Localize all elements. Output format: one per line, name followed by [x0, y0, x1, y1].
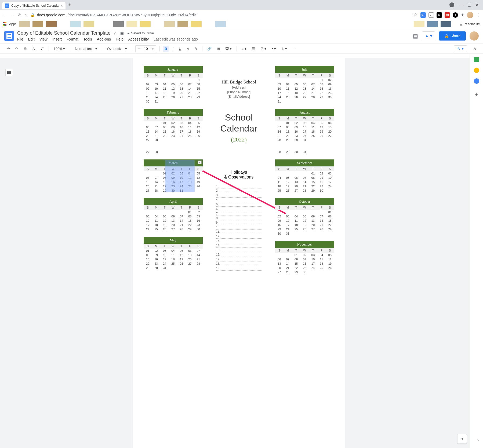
add-sideapp-icon[interactable]: + [475, 92, 478, 98]
print-icon[interactable]: 🖶 [22, 46, 29, 52]
bookmark-swatch[interactable] [83, 21, 94, 27]
comments-icon[interactable]: ▤ [413, 33, 418, 39]
bookmark-swatch[interactable] [19, 21, 30, 27]
zoom-dropdown[interactable]: 100% ▾ [52, 46, 67, 52]
bookmark-swatch[interactable] [441, 21, 451, 27]
notion-icon[interactable]: N [437, 12, 442, 18]
numbered-list-icon[interactable]: 1. ▾ [280, 46, 289, 52]
tasks-sideapp-icon[interactable] [474, 78, 479, 84]
bookmark-swatch[interactable] [32, 21, 43, 27]
menu-help[interactable]: Help [116, 37, 124, 41]
holiday-line[interactable]: 12. [216, 234, 262, 239]
link-icon[interactable]: 🔗 [206, 46, 213, 52]
extensions-puzzle-icon[interactable]: ✦ [461, 12, 464, 17]
month-header[interactable]: February [144, 109, 203, 116]
menu-dots-icon[interactable]: ⋮ [476, 12, 480, 17]
menu-edit[interactable]: Edit [28, 37, 35, 41]
undo-icon[interactable]: ↶ [5, 46, 12, 52]
italic-icon[interactable]: I [171, 46, 175, 52]
comment-add-icon[interactable]: ⊞ [215, 46, 221, 52]
docs-logo[interactable] [4, 31, 14, 41]
holiday-line[interactable]: 6. [216, 207, 262, 211]
holiday-line[interactable]: 13. [216, 239, 262, 243]
close-tab-icon[interactable]: × [61, 3, 63, 8]
font-size-increase[interactable]: + [150, 46, 156, 52]
back-icon[interactable]: ← [3, 13, 7, 17]
highlight-icon[interactable]: ✎ [193, 46, 199, 52]
pocket-icon[interactable]: ◡ [428, 12, 434, 18]
month-header[interactable]: May [144, 237, 203, 244]
align-icon[interactable]: ≡ ▾ [240, 46, 248, 52]
dropdown-icon[interactable]: ▾ [198, 161, 202, 164]
reload-icon[interactable]: ⟳ [18, 12, 21, 17]
share-button[interactable]: 🔒 Share [439, 31, 466, 41]
month-header[interactable]: September [275, 159, 334, 166]
url-field[interactable]: 🔒 docs.google.com/document/d/1IIoS44004P… [30, 13, 410, 17]
new-tab-button[interactable]: + [66, 2, 74, 8]
editing-mode-button[interactable]: ✎ ▾ [454, 45, 467, 52]
menu-format[interactable]: Format [67, 37, 78, 41]
star-document-icon[interactable]: ☆ [113, 31, 117, 36]
month-header[interactable]: October [275, 198, 334, 205]
checklist-icon[interactable]: ☑ ▾ [259, 46, 268, 52]
holiday-line[interactable]: 2. [216, 188, 262, 193]
format-paint-icon[interactable]: 🖌 [39, 46, 45, 52]
minimize-icon[interactable]: — [459, 3, 463, 7]
close-window-icon[interactable]: × [476, 3, 478, 7]
spellcheck-icon[interactable]: Ā [31, 46, 37, 52]
menu-file[interactable]: File [17, 37, 23, 41]
bookmark-swatch[interactable] [427, 21, 438, 27]
hide-sidepanel-icon[interactable]: › [477, 438, 479, 443]
menu-addons[interactable]: Add-ons [97, 37, 111, 41]
adblock-icon[interactable]: off [445, 12, 450, 18]
keep-sideapp-icon[interactable] [474, 68, 479, 73]
month-header[interactable]: July [275, 66, 334, 73]
font-size-input[interactable] [142, 47, 150, 51]
extension-t-icon[interactable]: T [453, 12, 458, 18]
bookmark-swatch[interactable] [177, 21, 188, 27]
forward-icon[interactable]: → [10, 13, 14, 17]
reading-list-button[interactable]: ▤ Reading list [459, 22, 480, 26]
calendar-sideapp-icon[interactable] [474, 57, 479, 62]
apps-label[interactable]: Apps [9, 22, 16, 26]
document-page[interactable]: JanuarySMTWTFS01020304050607080910111213… [133, 58, 345, 448]
underline-icon[interactable]: U [177, 46, 183, 52]
month-header[interactable]: March▾ [144, 159, 203, 166]
holiday-line[interactable]: 18. [216, 261, 262, 266]
month-header[interactable]: April [144, 198, 203, 205]
holiday-line[interactable]: 3. [216, 193, 262, 198]
bookmark-swatch[interactable] [70, 21, 81, 27]
line-spacing-icon[interactable]: ☰ [250, 46, 257, 52]
maximize-icon[interactable]: ▢ [468, 3, 471, 7]
holiday-line[interactable]: 11. [216, 230, 262, 234]
ruler[interactable] [0, 54, 470, 58]
image-icon[interactable]: 🖼 ▾ [224, 46, 233, 52]
menu-tools[interactable]: Tools [83, 37, 92, 41]
holiday-line[interactable]: 5. [216, 202, 262, 207]
account-avatar[interactable] [470, 31, 479, 41]
bookmark-swatch[interactable] [414, 21, 424, 27]
style-dropdown[interactable]: Normal text ▾ [73, 46, 99, 52]
bookmark-swatch[interactable] [191, 21, 202, 27]
star-icon[interactable]: ☆ [413, 12, 417, 17]
bookmark-swatch[interactable] [164, 21, 175, 27]
month-header[interactable]: January [144, 66, 203, 73]
holiday-line[interactable]: 8. [216, 216, 262, 220]
bullet-list-icon[interactable]: • ▾ [270, 46, 278, 52]
document-title[interactable]: Copy of Editable School Calendar Templat… [17, 30, 111, 36]
bookmark-swatch[interactable] [46, 21, 57, 27]
explore-button[interactable]: ✦ [457, 434, 467, 444]
home-icon[interactable]: ⌂ [24, 13, 27, 17]
month-header[interactable]: November [275, 241, 334, 248]
holiday-line[interactable]: 10. [216, 225, 262, 230]
holiday-line[interactable]: 9. [216, 220, 262, 225]
holiday-line[interactable]: 15. [216, 248, 262, 252]
apps-icon[interactable] [3, 22, 6, 26]
holiday-line[interactable]: 4. [216, 198, 262, 202]
holiday-line[interactable]: 16. [216, 252, 262, 257]
move-document-icon[interactable]: ▣ [120, 31, 124, 36]
bookmark-swatch[interactable] [140, 21, 151, 27]
document-canvas[interactable]: JanuarySMTWTFS01020304050607080910111213… [0, 58, 470, 448]
bold-icon[interactable]: B [163, 46, 169, 52]
text-color-icon[interactable]: A [185, 46, 191, 52]
